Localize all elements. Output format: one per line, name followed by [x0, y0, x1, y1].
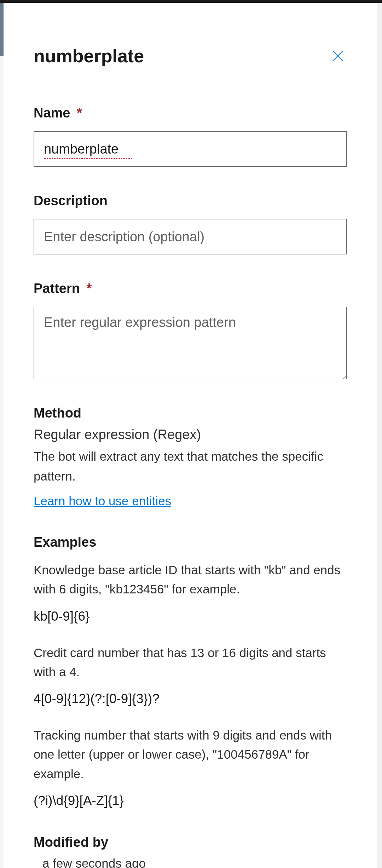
example-pattern: kb[0-9]{6} — [34, 609, 347, 624]
example-description: Knowledge base article ID that starts wi… — [34, 561, 347, 599]
modified-heading: Modified by — [34, 835, 347, 850]
name-input-wrapper — [34, 131, 347, 167]
close-button[interactable] — [329, 47, 347, 65]
example-item: Tracking number that starts with 9 digit… — [34, 726, 347, 808]
pattern-required-marker: * — [86, 281, 92, 296]
top-bar — [0, 0, 382, 3]
examples-section: Examples Knowledge base article ID that … — [34, 535, 347, 808]
name-label-text: Name — [34, 105, 70, 120]
method-heading: Method — [34, 406, 347, 421]
method-name: Regular expression (Regex) — [34, 427, 347, 442]
pattern-input[interactable] — [34, 307, 347, 379]
modified-time: a few seconds ago — [34, 856, 347, 868]
pattern-field-group: Pattern * — [34, 281, 347, 381]
method-description: The bot will extract any text that match… — [34, 447, 347, 486]
spellcheck-underline — [44, 158, 132, 159]
examples-heading: Examples — [34, 535, 347, 550]
description-input[interactable] — [34, 219, 347, 254]
method-section: Method Regular expression (Regex) The bo… — [34, 406, 347, 508]
modified-section: Modified by a few seconds ago — [34, 835, 347, 868]
pattern-label: Pattern * — [34, 281, 347, 296]
example-item: Credit card number that has 13 or 16 dig… — [34, 643, 347, 707]
description-label: Description — [34, 193, 347, 208]
close-icon — [330, 48, 345, 63]
learn-entities-link[interactable]: Learn how to use entities — [34, 494, 171, 508]
panel-title: numberplate — [34, 45, 144, 67]
name-input[interactable] — [34, 131, 347, 167]
pattern-label-text: Pattern — [34, 281, 80, 296]
scrollbar-track[interactable] — [377, 3, 382, 868]
example-description: Credit card number that has 13 or 16 dig… — [34, 643, 347, 682]
name-required-marker: * — [77, 105, 82, 120]
example-pattern: (?i)\d{9}[A-Z]{1} — [34, 793, 347, 808]
panel-header: numberplate — [34, 45, 347, 67]
name-label: Name * — [34, 105, 347, 121]
description-label-text: Description — [34, 193, 108, 208]
entity-panel: numberplate Name * Description Pattern * — [4, 3, 377, 868]
example-description: Tracking number that starts with 9 digit… — [34, 726, 347, 783]
example-pattern: 4[0-9]{12}(?:[0-9]{3})? — [34, 691, 347, 706]
left-bar — [0, 3, 4, 56]
example-item: Knowledge base article ID that starts wi… — [34, 561, 347, 624]
description-field-group: Description — [34, 193, 347, 254]
name-field-group: Name * — [34, 105, 347, 167]
